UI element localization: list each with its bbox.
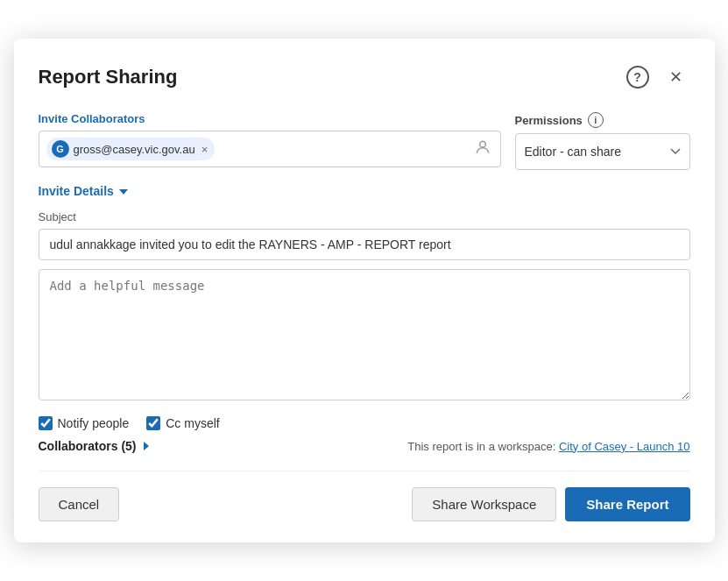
invite-input-box[interactable]: G gross@casey.vic.gov.au × — [39, 131, 501, 167]
subject-label: Subject — [39, 210, 690, 223]
cc-label: Cc myself — [166, 416, 219, 430]
help-button[interactable]: ? — [624, 63, 652, 91]
tag-email: gross@casey.vic.gov.au — [74, 143, 195, 156]
invite-col: Invite Collaborators G gross@casey.vic.g… — [39, 112, 501, 167]
notify-label: Notify people — [58, 416, 130, 430]
close-button[interactable]: ✕ — [662, 63, 690, 91]
dialog-title: Report Sharing — [39, 66, 178, 89]
footer-row: Cancel Share Workspace Share Report — [39, 471, 690, 521]
person-icon — [474, 138, 491, 159]
notify-checkbox[interactable] — [39, 416, 53, 430]
workspace-prefix: This report is in a workspace: — [407, 440, 555, 453]
collaborators-text: Collaborators (5) — [39, 439, 137, 453]
invite-row: Invite Collaborators G gross@casey.vic.g… — [39, 112, 690, 170]
chevron-right-icon[interactable] — [144, 442, 149, 450]
collaborators-row: Collaborators (5) This report is in a wo… — [39, 439, 690, 453]
permissions-select[interactable]: Editor - can share Editor - cannot share… — [515, 133, 690, 170]
tag-avatar: G — [52, 140, 69, 158]
header-actions: ? ✕ — [624, 63, 690, 91]
collaborators-left: Collaborators (5) — [39, 439, 149, 453]
notify-checkbox-label[interactable]: Notify people — [39, 416, 130, 430]
permissions-label: Permissions i — [515, 112, 690, 128]
close-icon: ✕ — [669, 67, 682, 87]
dialog-header: Report Sharing ? ✕ — [39, 63, 690, 91]
report-sharing-dialog: Report Sharing ? ✕ Invite Collaborators … — [14, 39, 715, 542]
invite-details-label: Invite Details — [39, 184, 114, 198]
footer-right: Share Workspace Share Report — [412, 487, 689, 521]
invite-details-toggle[interactable]: Invite Details — [39, 184, 690, 198]
cc-checkbox[interactable] — [146, 416, 160, 430]
checkboxes-row: Notify people Cc myself — [39, 416, 690, 430]
tag-remove-button[interactable]: × — [201, 143, 209, 156]
permissions-info-icon[interactable]: i — [588, 112, 604, 128]
svg-point-0 — [479, 141, 485, 147]
help-icon: ? — [626, 66, 649, 89]
chevron-down-icon — [119, 189, 128, 195]
subject-input[interactable] — [39, 229, 690, 260]
share-workspace-button[interactable]: Share Workspace — [412, 487, 556, 521]
workspace-info: This report is in a workspace: City of C… — [407, 440, 689, 453]
invite-label: Invite Collaborators — [39, 112, 501, 125]
message-textarea[interactable] — [39, 269, 690, 400]
email-tag: G gross@casey.vic.gov.au × — [46, 138, 216, 160]
permissions-col: Permissions i Editor - can share Editor … — [515, 112, 690, 170]
share-report-button[interactable]: Share Report — [565, 487, 689, 521]
workspace-link[interactable]: City of Casey - Launch 10 — [559, 440, 690, 453]
cc-checkbox-label[interactable]: Cc myself — [146, 416, 219, 430]
cancel-button[interactable]: Cancel — [39, 487, 120, 521]
